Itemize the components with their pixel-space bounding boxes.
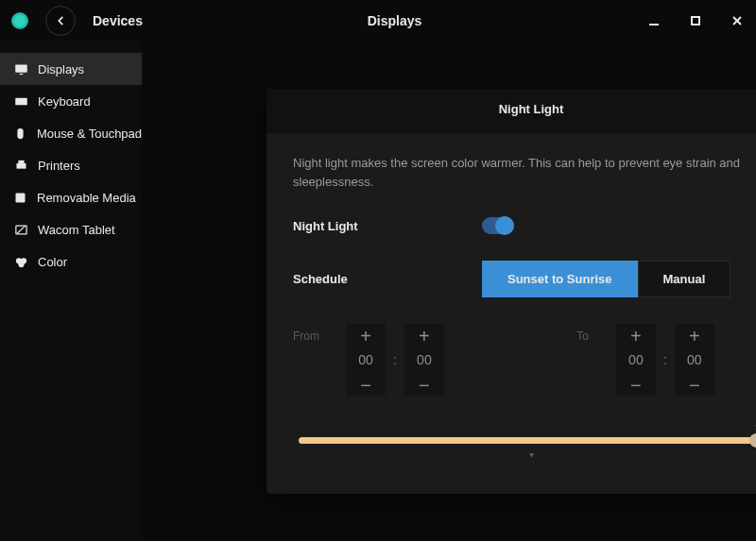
media-icon [13, 190, 27, 205]
from-hours-value[interactable]: 00 [358, 347, 373, 373]
titlebar: Devices Displays [0, 0, 756, 42]
sidebar-item-wacom[interactable]: Wacom Tablet [0, 213, 142, 245]
slider-thumb[interactable] [749, 433, 756, 448]
to-minutes-down[interactable]: − [689, 373, 700, 396]
sidebar-item-color[interactable]: Color [0, 245, 142, 278]
content: Displays Keyboard Mouse & Touchpad Print… [0, 42, 756, 541]
from-label: From [293, 324, 336, 343]
schedule-segmented: Sunset to Sunrise Manual [482, 261, 730, 297]
titlebar-page-title: Displays [143, 13, 646, 28]
to-minutes-value[interactable]: 00 [687, 347, 702, 373]
to-hours: + 00 − [616, 324, 656, 396]
svg-rect-4 [15, 64, 27, 72]
display-icon [13, 61, 28, 76]
keyboard-icon [13, 93, 28, 109]
sidebar-item-label: Printers [38, 159, 80, 173]
mouse-icon [13, 126, 27, 141]
sidebar-item-displays[interactable]: Displays [0, 53, 142, 85]
maximize-button[interactable] [688, 13, 703, 28]
caret-down-icon: ▾ [293, 449, 756, 460]
chevron-left-icon [54, 14, 67, 27]
titlebar-category: Devices [93, 13, 143, 28]
time-row: From + 00 − : + 00 − [293, 324, 756, 396]
sidebar-item-printers[interactable]: Printers [0, 149, 142, 181]
from-time: + 00 − : + 00 − [346, 324, 444, 396]
svg-rect-10 [16, 193, 26, 202]
sidebar-item-label: Keyboard [38, 94, 91, 109]
sidebar-item-removable-media[interactable]: Removable Media [0, 181, 142, 213]
from-hours-down[interactable]: − [360, 373, 371, 396]
sidebar-item-mouse[interactable]: Mouse & Touchpad [0, 117, 142, 149]
sidebar-item-label: Removable Media [37, 191, 136, 205]
svg-point-15 [18, 261, 24, 266]
to-hours-value[interactable]: 00 [628, 347, 644, 373]
svg-line-12 [17, 226, 26, 233]
schedule-manual-button[interactable]: Manual [638, 261, 731, 297]
to-minutes: + 00 − [675, 324, 714, 396]
from-minutes-down[interactable]: − [419, 373, 430, 396]
svg-rect-6 [15, 97, 27, 105]
sidebar-item-label: Color [38, 255, 67, 269]
schedule-auto-button[interactable]: Sunset to Sunrise [482, 261, 638, 297]
sidebar-item-label: Displays [38, 62, 84, 76]
printer-icon [13, 158, 28, 173]
to-minutes-up[interactable]: + [689, 324, 700, 347]
toggle-label: Night Light [293, 219, 482, 233]
app-logo-icon [11, 12, 28, 29]
night-light-modal: Night Light ✕ Night light makes the scre… [266, 89, 756, 494]
from-minutes-up[interactable]: + [419, 324, 430, 347]
night-light-toggle[interactable] [482, 217, 514, 234]
colon: : [393, 352, 397, 367]
modal-title: Night Light [499, 102, 564, 116]
from-minutes-value[interactable]: 00 [417, 347, 432, 373]
to-time: + 00 − : + 00 − [616, 324, 714, 396]
sidebar-item-keyboard[interactable]: Keyboard [0, 85, 142, 117]
from-minutes: + 00 − [404, 324, 444, 396]
sidebar: Displays Keyboard Mouse & Touchpad Print… [0, 42, 142, 541]
schedule-label: Schedule [293, 272, 482, 286]
window-controls [646, 13, 745, 28]
night-light-toggle-row: Night Light [293, 217, 756, 234]
to-hours-up[interactable]: + [630, 324, 642, 347]
modal-body: Night light makes the screen color warme… [266, 133, 756, 494]
close-button[interactable] [730, 13, 745, 28]
tablet-icon [13, 222, 28, 237]
to-label: To [576, 324, 607, 343]
svg-rect-9 [18, 160, 24, 162]
svg-rect-7 [17, 127, 23, 138]
from-hours: + 00 − [346, 324, 386, 396]
modal-description: Night light makes the screen color warme… [293, 154, 756, 191]
main-panel: ndscape 3 (16:9) On Night Light ✕ Night … [142, 42, 756, 541]
svg-rect-5 [19, 73, 23, 74]
schedule-row: Schedule Sunset to Sunrise Manual [293, 261, 756, 297]
modal-header: Night Light ✕ [266, 89, 756, 133]
minimize-button[interactable] [646, 13, 662, 28]
to-hours-down[interactable]: − [630, 373, 642, 396]
color-temp-slider[interactable]: ☀ [299, 437, 756, 444]
colon: : [663, 352, 667, 367]
svg-rect-8 [16, 163, 26, 169]
back-button[interactable] [45, 6, 76, 36]
from-hours-up[interactable]: + [360, 324, 371, 347]
slider-track [299, 437, 756, 444]
svg-rect-1 [692, 17, 699, 25]
sidebar-item-label: Mouse & Touchpad [37, 127, 142, 141]
sidebar-item-label: Wacom Tablet [38, 223, 115, 237]
color-icon [13, 254, 28, 269]
